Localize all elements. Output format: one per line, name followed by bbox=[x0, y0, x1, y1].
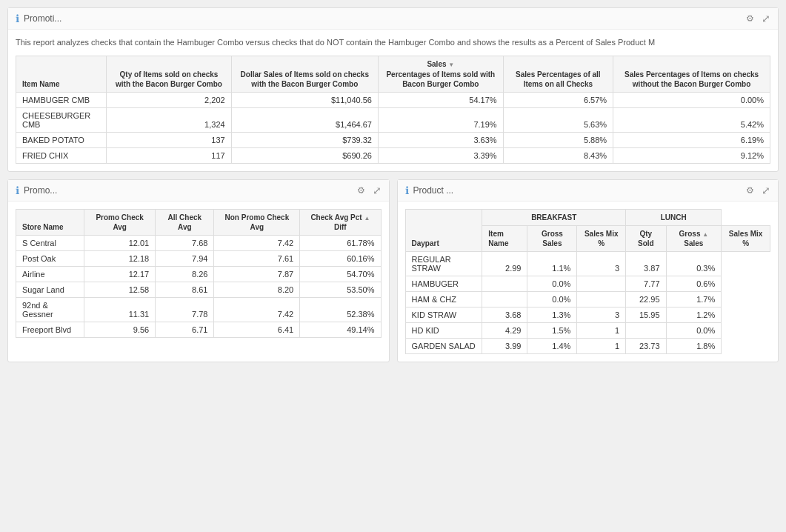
table-row: Sugar Land 12.58 8.61 8.20 53.50% bbox=[16, 282, 382, 298]
product-table: Daypart BREAKFAST LUNCH Item Name Gross … bbox=[405, 209, 771, 354]
top-widget-header: ℹ Promoti... ⚙ ⤢ bbox=[8, 8, 778, 30]
store-name: S Central bbox=[16, 236, 84, 251]
top-widget: ℹ Promoti... ⚙ ⤢ This report analyzes ch… bbox=[7, 7, 779, 172]
info-icon: ℹ bbox=[16, 13, 19, 24]
table-row: BAKED POTATO 137 $739.32 3.63% 5.88% 6.1… bbox=[16, 132, 770, 147]
table-row: HD KID 4.29 1.5% 1 0.0% bbox=[405, 323, 770, 339]
gear-icon[interactable]: ⚙ bbox=[746, 13, 754, 24]
promo-widget: ℹ Promo... ⚙ ⤢ Store Name Promo Check Av… bbox=[7, 179, 390, 362]
table-row: GARDEN SALAD 3.99 1.4% 1 23.73 1.8% bbox=[405, 339, 770, 354]
promo-col-diff: Check Avg Pct ▲ Diff bbox=[300, 209, 381, 235]
gear-icon-promo[interactable]: ⚙ bbox=[357, 185, 365, 196]
pct-all: 8.43% bbox=[503, 147, 613, 163]
expand-icon-product[interactable]: ⤢ bbox=[762, 184, 770, 196]
b-qty: 1 bbox=[577, 323, 626, 339]
item-name: BAKED POTATO bbox=[16, 132, 107, 147]
b-gross: 3.99 bbox=[482, 339, 527, 354]
item-name: HD KID bbox=[405, 323, 482, 339]
info-icon-promo: ℹ bbox=[16, 184, 19, 196]
expand-icon[interactable]: ⤢ bbox=[762, 13, 770, 24]
table-row: KID STRAW 3.68 1.3% 3 15.95 1.2% bbox=[405, 307, 770, 323]
l-mix: 0.3% bbox=[666, 252, 722, 276]
non-promo-avg: 7.42 bbox=[214, 236, 300, 251]
store-name: Airline bbox=[16, 267, 84, 282]
item-name: FRIED CHIX bbox=[16, 147, 107, 163]
check-diff: 60.16% bbox=[300, 251, 381, 267]
l-mix: 0.0% bbox=[666, 323, 722, 339]
l-gross: 7.77 bbox=[626, 276, 666, 292]
store-name: 92nd & Gessner bbox=[16, 298, 84, 322]
b-qty: 3 bbox=[577, 307, 626, 323]
check-diff: 54.70% bbox=[300, 267, 381, 282]
promo-col-promo-avg: Promo Check Avg bbox=[84, 209, 156, 235]
pct-bacon: 3.39% bbox=[378, 147, 503, 163]
b-gross: 2.99 bbox=[482, 252, 527, 276]
top-widget-title: Promoti... bbox=[24, 13, 746, 24]
l-mix: 1.2% bbox=[666, 307, 722, 323]
store-name: Sugar Land bbox=[16, 282, 84, 298]
item-name: HAMBUGER bbox=[405, 276, 482, 292]
pct-bacon: 54.17% bbox=[378, 92, 503, 107]
product-widget-header: ℹ Product ... ⚙ ⤢ bbox=[398, 180, 779, 202]
b-qty bbox=[577, 292, 626, 307]
check-diff: 53.50% bbox=[300, 282, 381, 298]
top-widget-body: This report analyzes checks that contain… bbox=[8, 30, 778, 171]
b-qty: 1 bbox=[577, 339, 626, 354]
table-row: 92nd & Gessner 11.31 7.78 7.42 52.38% bbox=[16, 298, 382, 322]
b-gross: 3.68 bbox=[482, 307, 527, 323]
product-col-item-name: Item Name bbox=[482, 225, 527, 251]
b-gross bbox=[482, 292, 527, 307]
promo-col-non-promo: Non Promo Check Avg bbox=[214, 209, 300, 235]
l-gross: 23.73 bbox=[626, 339, 666, 354]
b-qty: 3 bbox=[577, 252, 626, 276]
check-diff: 52.38% bbox=[300, 298, 381, 322]
product-col-l-gross: Gross ▲ Sales bbox=[666, 225, 722, 251]
gear-icon-product[interactable]: ⚙ bbox=[746, 185, 754, 196]
table-row: S Central 12.01 7.68 7.42 61.78% bbox=[16, 236, 382, 251]
pct-no-bacon: 6.19% bbox=[613, 132, 770, 147]
promo-avg: 12.01 bbox=[84, 236, 156, 251]
l-gross: 3.87 bbox=[626, 252, 666, 276]
item-name: GARDEN SALAD bbox=[405, 339, 482, 354]
dollar-sales: $1,464.67 bbox=[231, 107, 378, 132]
promo-widget-title: Promo... bbox=[24, 185, 357, 196]
all-avg: 8.61 bbox=[156, 282, 214, 298]
b-qty bbox=[577, 276, 626, 292]
table-row: HAMBUGER CMB 2,202 $11,040.56 54.17% 6.5… bbox=[16, 92, 770, 107]
all-avg: 7.94 bbox=[156, 251, 214, 267]
page: ℹ Promoti... ⚙ ⤢ This report analyzes ch… bbox=[0, 0, 786, 532]
dollar-sales: $11,040.56 bbox=[231, 92, 378, 107]
promo-col-all-avg: All Check Avg bbox=[156, 209, 214, 235]
b-mix: 1.5% bbox=[527, 323, 577, 339]
l-mix: 1.8% bbox=[666, 339, 722, 354]
col-pct-bacon: Sales ▼Percentages of Items sold with Ba… bbox=[378, 56, 503, 92]
promo-avg: 11.31 bbox=[84, 298, 156, 322]
promo-avg: 12.17 bbox=[84, 267, 156, 282]
check-diff: 49.14% bbox=[300, 322, 381, 338]
pct-bacon: 3.63% bbox=[378, 132, 503, 147]
table-row: Airline 12.17 8.26 7.87 54.70% bbox=[16, 267, 382, 282]
pct-all: 5.63% bbox=[503, 107, 613, 132]
product-col-b-qty: Qty Sold bbox=[626, 225, 666, 251]
l-mix: 1.7% bbox=[666, 292, 722, 307]
col-item-name: Item Name bbox=[16, 56, 107, 92]
qty: 2,202 bbox=[107, 92, 231, 107]
product-col-lunch: LUNCH bbox=[626, 209, 722, 225]
b-mix: 1.4% bbox=[527, 339, 577, 354]
qty: 1,324 bbox=[107, 107, 231, 132]
b-gross: 4.29 bbox=[482, 323, 527, 339]
pct-no-bacon: 5.42% bbox=[613, 107, 770, 132]
info-icon-product: ℹ bbox=[405, 184, 409, 196]
col-pct-all: Sales Percentages of all Items on all Ch… bbox=[503, 56, 613, 92]
non-promo-avg: 8.20 bbox=[214, 282, 300, 298]
product-col-daypart: Daypart bbox=[405, 209, 482, 251]
b-mix: 1.3% bbox=[527, 307, 577, 323]
table-row: CHEESEBURGER CMB 1,324 $1,464.67 7.19% 5… bbox=[16, 107, 770, 132]
dollar-sales: $739.32 bbox=[231, 132, 378, 147]
pct-no-bacon: 9.12% bbox=[613, 147, 770, 163]
item-name: HAM & CHZ bbox=[405, 292, 482, 307]
l-gross: 15.95 bbox=[626, 307, 666, 323]
non-promo-avg: 7.61 bbox=[214, 251, 300, 267]
expand-icon-promo[interactable]: ⤢ bbox=[373, 184, 382, 196]
b-mix: 1.1% bbox=[527, 252, 577, 276]
